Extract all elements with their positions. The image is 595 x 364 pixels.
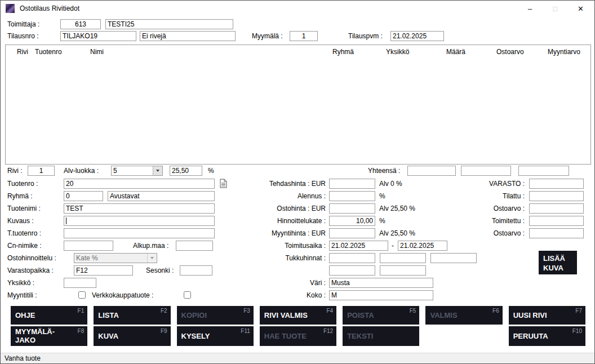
ostoarvo-toimitettu-label: Ostoarvo : xyxy=(451,228,525,238)
toimitettu-field xyxy=(529,216,584,226)
alv-luokka-value: 5 xyxy=(112,166,153,175)
rivi-label: Rivi : xyxy=(7,166,23,176)
col-header-nimi: Nimi xyxy=(90,48,104,56)
fkey-label: F3 xyxy=(243,308,250,314)
toimitusaika-from-field[interactable] xyxy=(329,241,388,251)
tukkuhinta-field-4[interactable] xyxy=(329,265,375,276)
kysely-button[interactable]: KYSELY F11 xyxy=(177,326,254,346)
alv-luokka-select[interactable]: 5 xyxy=(111,166,163,176)
tuotenro-label: Tuotenro : xyxy=(7,179,38,189)
cn-nimike-label: Cn-nimike : xyxy=(7,241,42,251)
hinnoittelukate-suffix: % xyxy=(379,216,385,226)
ostohinnoittelu-select: Kate % xyxy=(74,253,157,263)
myymala-jako-button[interactable]: MYYMÄLÄ-JAKO F8 xyxy=(11,326,87,346)
myyntihinta-suffix: Alv 25,50 % xyxy=(379,228,415,238)
ryhma-name-field[interactable] xyxy=(108,191,215,201)
tukkuhinta-field-1[interactable] xyxy=(329,253,375,263)
myyntitili-label: Myyntitili : xyxy=(7,290,37,300)
toimittaja-code-field[interactable] xyxy=(60,19,101,29)
lisaa-kuva-button[interactable]: LISÄÄ KUVA xyxy=(539,251,577,274)
yhteensa-label: Yhteensä : xyxy=(368,166,400,176)
window-title: Ostotilaus Rivitiedot xyxy=(20,5,79,12)
tehdashinta-suffix: Alv 0 % xyxy=(379,179,402,189)
peruuta-button[interactable]: PERUUTA F10 xyxy=(509,326,585,346)
fkey-label: F9 xyxy=(161,328,167,334)
myyntihinta-field[interactable] xyxy=(329,228,375,238)
alv-luokka-label: Alv-luokka : xyxy=(64,166,99,176)
yhteensa-field-2 xyxy=(461,166,511,176)
toimittaja-name-field[interactable] xyxy=(105,19,233,29)
ostohinta-field[interactable] xyxy=(329,203,375,214)
varastopaikka-field[interactable] xyxy=(74,265,133,276)
alv-pct-field[interactable] xyxy=(170,166,202,176)
ostoarvo-tilattu-label: Ostoarvo : xyxy=(451,203,525,214)
fkey-label: F12 xyxy=(323,328,333,334)
fkey-label: F4 xyxy=(326,308,333,314)
poista-button: POISTA F5 xyxy=(343,306,419,325)
sesonki-field[interactable] xyxy=(180,265,212,276)
tukkuhinta-field-5[interactable] xyxy=(380,265,426,276)
minimize-icon[interactable]: – xyxy=(517,1,543,16)
tilauspvm-field[interactable] xyxy=(390,31,444,41)
title-bar: Ostotilaus Rivitiedot xyxy=(1,1,594,16)
tukkuhinta-field-2[interactable] xyxy=(380,253,426,263)
koko-label: Koko : xyxy=(226,290,326,300)
yhteensa-field-3 xyxy=(518,166,569,176)
chevron-down-icon[interactable] xyxy=(153,166,162,175)
col-header-ryhma: Ryhmä xyxy=(332,48,354,56)
ryhma-label: Ryhmä : xyxy=(7,191,33,201)
ohje-button[interactable]: OHJE F1 xyxy=(11,306,87,325)
app-window: Ostotilaus Rivitiedot – □ ✕ Toimittaja :… xyxy=(0,0,595,364)
alkup-maa-label: Alkup.maa : xyxy=(133,241,168,251)
uusi-rivi-button[interactable]: UUSI RIVI F7 xyxy=(509,306,585,325)
alennus-suffix: % xyxy=(379,191,385,201)
kopioi-button: KOPIOI F3 xyxy=(177,306,254,325)
varasto-field xyxy=(529,179,584,189)
ostohinnoittelu-value: Kate % xyxy=(74,254,147,263)
vari-field[interactable] xyxy=(329,278,433,288)
verkkokauppatuote-checkbox[interactable] xyxy=(184,291,191,299)
col-header-myyntiarvo: Myyntiarvo xyxy=(548,48,580,56)
hinnoittelukate-label: Hinnoittelukate : xyxy=(226,216,326,226)
alennus-field[interactable] xyxy=(329,191,375,201)
hinnoittelukate-field[interactable] xyxy=(329,216,375,226)
yksikko-field[interactable] xyxy=(64,278,96,288)
col-header-rivi: Rivi xyxy=(17,48,28,56)
col-header-maara: Määrä xyxy=(446,48,465,56)
myymala-field[interactable] xyxy=(290,31,318,41)
tukkuhinta-field-3[interactable] xyxy=(430,253,477,263)
function-button-bar: OHJE F1 LISTA F2 KOPIOI F3 RIVI VALMIS F… xyxy=(11,306,585,346)
alennus-label: Alennus : xyxy=(226,191,326,201)
toimitusaika-to-field[interactable] xyxy=(398,241,447,251)
app-icon xyxy=(6,4,15,13)
lisaa-kuva-line1: LISÄÄ xyxy=(543,254,565,263)
close-icon[interactable]: ✕ xyxy=(568,1,593,16)
sesonki-label: Sesonki : xyxy=(146,265,174,276)
tuotenimi-field[interactable] xyxy=(64,203,215,214)
verkkokauppatuote-label: Verkkokauppatuote : xyxy=(92,290,153,300)
teksti-button: TEKSTI xyxy=(343,326,419,346)
toimittaja-label: Toimittaja : xyxy=(7,19,39,29)
t-tuotenro-field[interactable] xyxy=(64,228,215,238)
tilausnro-field[interactable] xyxy=(60,31,136,41)
fkey-label: F5 xyxy=(410,308,416,314)
myyntitili-checkbox[interactable] xyxy=(78,291,86,299)
cn-nimike-field[interactable] xyxy=(64,241,113,251)
ryhma-code-field[interactable] xyxy=(64,191,103,201)
yhteensa-field-1 xyxy=(407,166,456,176)
kuva-button[interactable]: KUVA F9 xyxy=(94,326,170,346)
order-lines-table[interactable]: Rivi Tuotenro Nimi Ryhmä Yksikkö Määrä O… xyxy=(5,45,591,165)
alv-pct-sign: % xyxy=(208,166,214,176)
lista-button[interactable]: LISTA F2 xyxy=(94,306,170,325)
rivi-valmis-button[interactable]: RIVI VALMIS F4 xyxy=(260,306,336,325)
tuotenro-field[interactable] xyxy=(64,179,215,189)
fkey-label: F11 xyxy=(241,328,250,334)
kuvaus-field[interactable] xyxy=(64,216,215,226)
alkup-maa-field[interactable] xyxy=(176,241,213,251)
tuotenimi-label: Tuotenimi : xyxy=(7,203,41,214)
status-text: Vanha tuote xyxy=(5,354,41,362)
rivi-field[interactable] xyxy=(28,166,55,176)
col-header-yksikko: Yksikkö xyxy=(386,48,409,56)
tehdashinta-field[interactable] xyxy=(329,179,375,189)
koko-field[interactable] xyxy=(329,290,433,300)
